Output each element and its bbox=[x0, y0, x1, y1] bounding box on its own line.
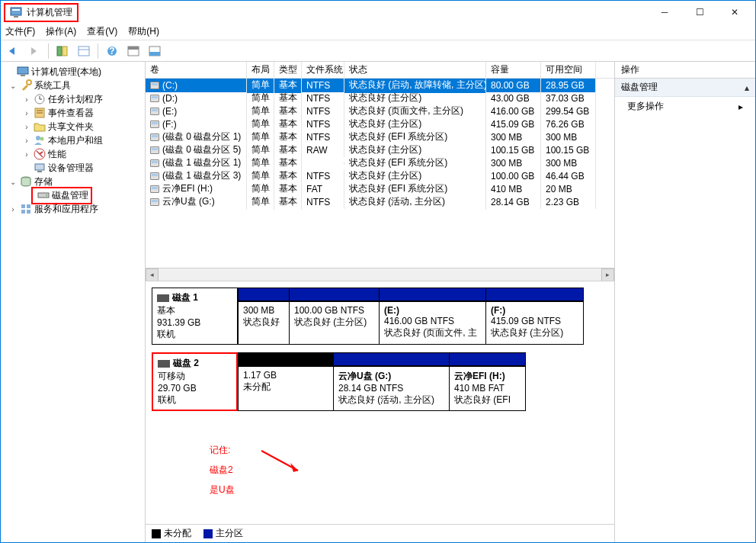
window-title: 计算机管理 bbox=[27, 6, 72, 19]
disk-hdd-icon bbox=[157, 294, 169, 302]
partition[interactable]: 云净U盘 (G:)28.14 GB NTFS状态良好 (活动, 主分区) bbox=[334, 366, 450, 411]
svg-point-33 bbox=[46, 194, 47, 196]
refresh-button[interactable] bbox=[75, 43, 93, 59]
drive-icon bbox=[150, 159, 159, 167]
titlebar: 计算机管理 ─ ☐ ✕ bbox=[1, 1, 755, 24]
disk2-label[interactable]: 磁盘 2 可移动 29.70 GB 联机 bbox=[152, 352, 238, 411]
partition[interactable]: (E:)416.00 GB NTFS状态良好 (页面文件, 主 bbox=[380, 301, 486, 345]
disk2-block[interactable]: 磁盘 2 可移动 29.70 GB 联机 1.17 GB未分配云净U盘 (G:)… bbox=[152, 352, 608, 411]
scroll-left[interactable]: ◂ bbox=[146, 268, 159, 281]
tree-task-scheduler[interactable]: 任务计划程序 bbox=[48, 93, 103, 106]
svg-rect-37 bbox=[27, 210, 30, 214]
svg-point-25 bbox=[40, 137, 44, 141]
navigation-tree[interactable]: 计算机管理(本地) ⌄系统工具 ›任务计划程序 ›事件查看器 ›共享文件夹 ›本… bbox=[1, 62, 146, 542]
drive-icon bbox=[150, 185, 159, 193]
view-top-button[interactable] bbox=[124, 43, 143, 59]
partition[interactable]: 1.17 GB未分配 bbox=[238, 366, 334, 411]
legend: 未分配 主分区 bbox=[146, 524, 614, 542]
drive-icon bbox=[150, 120, 159, 128]
volume-header[interactable]: 卷 布局 类型 文件系统 状态 容量 可用空间 bbox=[146, 62, 614, 79]
col-free[interactable]: 可用空间 bbox=[541, 62, 596, 78]
legend-primary-swatch bbox=[203, 529, 213, 538]
tree-event-viewer[interactable]: 事件查看器 bbox=[48, 107, 94, 120]
svg-rect-29 bbox=[35, 164, 44, 170]
svg-rect-15 bbox=[18, 67, 28, 74]
tree-services[interactable]: 服务和应用程序 bbox=[34, 203, 98, 216]
computer-icon bbox=[17, 66, 29, 78]
col-capacity[interactable]: 容量 bbox=[486, 62, 541, 78]
svg-rect-36 bbox=[21, 210, 25, 214]
disk-removable-icon bbox=[158, 360, 170, 368]
app-icon bbox=[10, 6, 22, 18]
drive-icon bbox=[150, 198, 159, 206]
actions-pane: 操作 磁盘管理▴ 更多操作▸ bbox=[615, 62, 755, 542]
partition[interactable]: 云净EFI (H:)410 MB FAT状态良好 (EFI bbox=[450, 366, 526, 411]
svg-rect-16 bbox=[21, 75, 25, 76]
menu-action[interactable]: 操作(A) bbox=[46, 25, 76, 38]
tree-root[interactable]: 计算机管理(本地) bbox=[31, 66, 101, 79]
svg-rect-30 bbox=[37, 171, 42, 172]
col-type[interactable]: 类型 bbox=[274, 62, 302, 78]
help-button[interactable]: ? bbox=[103, 43, 121, 59]
svg-rect-14 bbox=[149, 52, 160, 56]
toolbar: ? bbox=[1, 40, 755, 62]
volume-list[interactable]: 卷 布局 类型 文件系统 状态 容量 可用空间 (C:)简单基本NTFS状态良好… bbox=[146, 62, 614, 281]
col-status[interactable]: 状态 bbox=[344, 62, 486, 78]
disk1-block[interactable]: 磁盘 1 基本 931.39 GB 联机 300 MB状态良好100.00 GB… bbox=[152, 288, 608, 345]
maximize-button[interactable]: ☐ bbox=[682, 1, 717, 24]
svg-rect-34 bbox=[21, 204, 25, 208]
disk1-label[interactable]: 磁盘 1 基本 931.39 GB 联机 bbox=[152, 288, 238, 345]
svg-rect-7 bbox=[78, 47, 89, 56]
perf-icon bbox=[34, 148, 46, 160]
drive-icon bbox=[150, 95, 159, 102]
drive-icon bbox=[150, 172, 159, 180]
back-button[interactable] bbox=[4, 43, 22, 59]
folder-share-icon bbox=[34, 120, 46, 133]
svg-marker-3 bbox=[9, 47, 14, 55]
svg-point-17 bbox=[27, 80, 31, 85]
tree-disk-management[interactable]: 磁盘管理 bbox=[52, 189, 88, 202]
svg-text:?: ? bbox=[109, 46, 114, 56]
tree-shared-folders[interactable]: 共享文件夹 bbox=[48, 120, 94, 133]
clock-icon bbox=[34, 93, 46, 105]
scroll-right[interactable]: ▸ bbox=[601, 268, 614, 281]
users-icon bbox=[34, 134, 46, 146]
menu-help[interactable]: 帮助(H) bbox=[128, 25, 159, 38]
tree-performance[interactable]: 性能 bbox=[48, 148, 66, 161]
col-volume[interactable]: 卷 bbox=[146, 62, 247, 78]
tree-system-tools[interactable]: 系统工具 bbox=[34, 79, 71, 92]
svg-rect-12 bbox=[128, 47, 139, 50]
event-icon bbox=[34, 107, 46, 119]
menubar: 文件(F) 操作(A) 查看(V) 帮助(H) bbox=[1, 24, 755, 40]
forward-button bbox=[25, 43, 43, 59]
storage-icon bbox=[20, 175, 32, 188]
actions-more[interactable]: 更多操作▸ bbox=[615, 97, 755, 116]
svg-marker-4 bbox=[31, 47, 37, 55]
annotation-text: 记住: 磁盘2 是U盘 bbox=[210, 440, 235, 500]
svg-rect-2 bbox=[14, 16, 18, 18]
svg-rect-6 bbox=[62, 47, 67, 56]
partition[interactable]: (F:)415.09 GB NTFS状态良好 (主分区) bbox=[486, 301, 584, 345]
svg-rect-35 bbox=[27, 204, 30, 208]
tree-local-users[interactable]: 本地用户和组 bbox=[48, 134, 103, 147]
col-fs[interactable]: 文件系统 bbox=[302, 62, 344, 78]
show-hide-button[interactable] bbox=[53, 43, 72, 59]
tree-device-manager[interactable]: 设备管理器 bbox=[48, 162, 94, 175]
legend-unalloc-swatch bbox=[152, 529, 161, 538]
minimize-button[interactable]: ─ bbox=[647, 1, 682, 24]
menu-view[interactable]: 查看(V) bbox=[87, 25, 117, 38]
partition[interactable]: 100.00 GB NTFS状态良好 (主分区) bbox=[290, 301, 380, 345]
actions-header: 操作 bbox=[615, 62, 755, 79]
close-button[interactable]: ✕ bbox=[717, 1, 752, 24]
view-bottom-button[interactable] bbox=[146, 43, 164, 59]
partition[interactable]: 300 MB状态良好 bbox=[238, 301, 290, 345]
menu-file[interactable]: 文件(F) bbox=[5, 25, 35, 38]
drive-icon bbox=[150, 133, 159, 141]
services-icon bbox=[20, 203, 32, 215]
col-layout[interactable]: 布局 bbox=[247, 62, 274, 78]
volume-hscroll[interactable]: ◂ ▸ bbox=[146, 268, 614, 281]
volume-row[interactable]: 云净U盘 (G:)简单基本NTFS状态良好 (活动, 主分区)28.14 GB2… bbox=[146, 195, 614, 208]
drive-icon bbox=[150, 82, 159, 89]
tools-icon bbox=[20, 79, 32, 92]
actions-group-diskmgmt[interactable]: 磁盘管理▴ bbox=[615, 79, 755, 97]
